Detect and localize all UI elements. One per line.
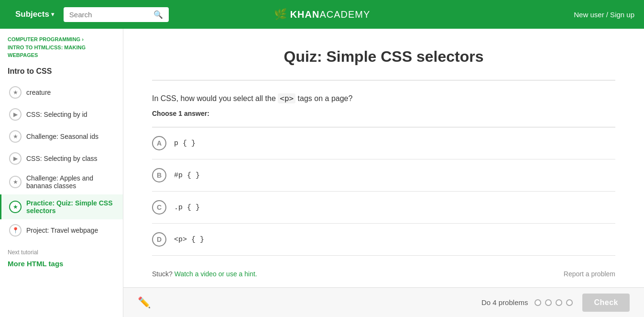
option-circle-d: D — [152, 232, 166, 247]
title-divider — [152, 80, 615, 80]
pencil-icon: ✏️ — [138, 296, 151, 309]
sidebar: COMPUTER PROGRAMMING › INTRO TO HTML/CSS… — [0, 29, 123, 317]
sidebar-item-challenge-apples[interactable]: ★ Challenge: Apples and bananas classes — [0, 170, 123, 194]
quiz-title: Quiz: Simple CSS selectors — [152, 48, 615, 66]
logo-leaf-icon: 🌿 — [274, 8, 287, 21]
option-circle-c: C — [152, 200, 166, 215]
option-code-c: .p { } — [174, 204, 200, 212]
search-input[interactable] — [69, 11, 150, 19]
answer-option-a[interactable]: A p { } — [152, 127, 615, 159]
choose-label: Choose 1 answer: — [152, 110, 615, 117]
breadcrumb: COMPUTER PROGRAMMING › INTRO TO HTML/CSS… — [0, 29, 123, 63]
breadcrumb-separator: › — [82, 36, 84, 42]
stuck-bar: Stuck? Watch a video or use a hint. Repo… — [152, 270, 615, 278]
star-icon: ★ — [9, 130, 22, 143]
option-code-b: #p { } — [174, 171, 200, 180]
sidebar-item-label: Practice: Quiz: Simple CSS selectors — [26, 199, 115, 215]
bottom-bar: ✏️ Do 4 problems Check — [123, 287, 644, 317]
subjects-button[interactable]: Subjects ▾ — [10, 6, 60, 23]
check-button[interactable]: Check — [582, 294, 630, 312]
logo: 🌿 KHANACADEMY — [274, 8, 371, 21]
breadcrumb-part1[interactable]: COMPUTER PROGRAMMING — [8, 36, 80, 42]
sidebar-item-creature[interactable]: ★ creature — [0, 81, 123, 103]
dot-4 — [566, 299, 573, 306]
header: Subjects ▾ 🔍 🌿 KHANACADEMY New user / Si… — [0, 0, 644, 29]
next-tutorial-link[interactable]: More HTML tags — [0, 258, 123, 275]
problem-dots — [535, 299, 573, 306]
sidebar-item-label: CSS: Selecting by class — [26, 155, 98, 162]
page-wrapper: COMPUTER PROGRAMMING › INTRO TO HTML/CSS… — [0, 29, 644, 317]
answer-option-b[interactable]: B #p { } — [152, 159, 615, 192]
option-code-a: p { } — [174, 139, 196, 147]
search-icon: 🔍 — [153, 10, 163, 19]
subjects-label: Subjects — [15, 10, 49, 19]
dot-1 — [535, 299, 541, 306]
stuck-text: Stuck? — [152, 270, 173, 278]
problems-label: Do 4 problems — [481, 298, 528, 306]
sidebar-item-label: creature — [26, 89, 51, 96]
sidebar-items: ★ creature ▶ CSS: Selecting by id ★ Chal… — [0, 81, 123, 241]
play-icon: ▶ — [9, 152, 22, 165]
breadcrumb-part2[interactable]: INTRO TO HTML/CSS: MAKING WEBPAGES — [8, 45, 86, 58]
star-icon: ★ — [9, 176, 22, 188]
dot-2 — [545, 299, 552, 306]
option-circle-b: B — [152, 168, 166, 182]
play-icon: ▶ — [9, 108, 22, 121]
next-tutorial-label: Next tutorial — [0, 241, 123, 258]
chevron-down-icon: ▾ — [51, 11, 54, 18]
sidebar-item-label: CSS: Selecting by id — [26, 111, 87, 118]
header-left: Subjects ▾ 🔍 — [10, 6, 169, 23]
search-box: 🔍 — [64, 7, 169, 22]
pin-icon: 📍 — [9, 224, 22, 237]
stuck-link[interactable]: Watch a video or use a hint. — [175, 270, 257, 278]
sidebar-item-css-class[interactable]: ▶ CSS: Selecting by class — [0, 147, 123, 170]
dot-3 — [556, 299, 562, 306]
sidebar-item-label: Project: Travel webpage — [26, 226, 98, 234]
signup-link[interactable]: New user / Sign up — [574, 11, 634, 19]
option-code-d: <p> { } — [174, 236, 204, 244]
sidebar-item-practice-quiz[interactable]: ★ Practice: Quiz: Simple CSS selectors — [0, 194, 123, 219]
answer-option-c[interactable]: C .p { } — [152, 192, 615, 224]
option-circle-a: A — [152, 136, 166, 150]
sidebar-item-label: Challenge: Seasonal ids — [26, 133, 98, 140]
sidebar-item-project-travel[interactable]: 📍 Project: Travel webpage — [0, 219, 123, 241]
report-link[interactable]: Report a problem — [564, 270, 615, 278]
sidebar-section-title: Intro to CSS — [0, 63, 123, 81]
logo-khan: KHANACADEMY — [290, 9, 371, 20]
main-content: Quiz: Simple CSS selectors In CSS, how w… — [123, 29, 644, 317]
stuck-section: Stuck? Watch a video or use a hint. — [152, 270, 257, 278]
sidebar-item-label: Challenge: Apples and bananas classes — [26, 174, 115, 190]
answer-option-d[interactable]: D <p> { } — [152, 224, 615, 256]
sidebar-item-css-id[interactable]: ▶ CSS: Selecting by id — [0, 103, 123, 125]
question-text: In CSS, how would you select all the <p>… — [152, 94, 615, 103]
star-icon: ★ — [9, 86, 22, 99]
sidebar-item-challenge-seasonal[interactable]: ★ Challenge: Seasonal ids — [0, 125, 123, 147]
star-green-icon: ★ — [9, 201, 22, 213]
